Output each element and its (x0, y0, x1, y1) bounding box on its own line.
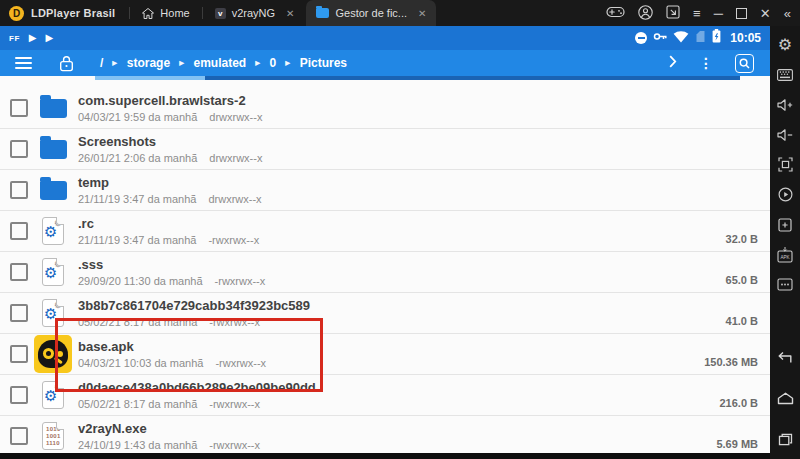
close-icon[interactable]: ✕ (760, 7, 771, 20)
emulator-toolbar: ⚙APK (770, 26, 800, 459)
apk-install-icon[interactable]: APK (777, 245, 793, 264)
breadcrumb-item[interactable]: emulated (193, 56, 246, 70)
file-meta: 05/02/21 8:17 da manhã-rwxrwx--x (78, 398, 316, 410)
file-row[interactable]: ⚙⚙ .rc 21/11/19 3:47 da manhã-rwxrwx--x … (0, 211, 770, 252)
no-sim-icon (695, 29, 706, 47)
window-titlebar: D LDPlayer Brasil Home v v2rayNG ✕ Gesto… (0, 0, 800, 26)
search-icon[interactable] (735, 54, 754, 73)
breadcrumb-item[interactable]: / (100, 56, 103, 70)
app-title: LDPlayer Brasil (31, 7, 115, 19)
home-icon (142, 8, 154, 19)
breadcrumb-separator-icon: ▶ (286, 59, 291, 66)
v2ray-icon: v (215, 8, 226, 19)
file-meta: 21/11/19 3:47 da manhã-rwxrwx--x (78, 234, 259, 246)
file-manager-appbar: /▶storage▶emulated▶0▶Pictures ⋮ (0, 50, 770, 76)
config-file-icon: ⚙⚙ (28, 381, 78, 409)
titlebar-controls: ≡ ─ ✕ « (606, 5, 800, 22)
file-row[interactable]: Screenshots 26/01/21 2:06 da manhãdrwxrw… (0, 129, 770, 170)
chevron-right-icon[interactable] (669, 54, 677, 72)
file-date: 04/03/21 9:59 da manhã (78, 111, 197, 123)
file-permissions: -rwxrwx--x (215, 357, 266, 369)
file-list: com.supercell.brawlstars-2 04/03/21 9:59… (0, 80, 770, 453)
file-info: base.apk 04/03/21 10:03 da manhã-rwxrwx-… (78, 339, 266, 369)
tab-label: Home (160, 7, 189, 19)
file-permissions: -rwxrwx--x (215, 275, 266, 287)
file-meta: 04/03/21 9:59 da manhãdrwxrwx--x (78, 111, 262, 123)
account-icon[interactable] (638, 5, 653, 22)
file-permissions: -rwxrwx--x (209, 316, 260, 328)
minimize-icon[interactable]: ─ (714, 7, 723, 20)
file-name: base.apk (78, 339, 266, 354)
file-row[interactable]: base.apk 04/03/21 10:03 da manhã-rwxrwx-… (0, 334, 770, 375)
file-row[interactable]: com.supercell.brawlstars-2 04/03/21 9:59… (0, 88, 770, 129)
file-size: 150.36 MB (704, 356, 758, 368)
tab-close-icon[interactable]: ✕ (286, 8, 294, 19)
row-checkbox[interactable] (10, 181, 28, 199)
fullscreen-icon[interactable] (778, 155, 793, 174)
keyboard-icon[interactable] (777, 65, 793, 84)
file-info: d0daece438a0bd66b289e2be09be90dd 05/02/2… (78, 380, 316, 410)
status-icons: 10:05 (635, 29, 761, 47)
row-checkbox[interactable] (10, 345, 28, 363)
file-row[interactable]: temp 21/11/19 3:47 da manhãdrwxrwx--x (0, 170, 770, 211)
recent-apps-icon[interactable] (778, 430, 793, 449)
tab-home[interactable]: Home (130, 0, 201, 26)
folder-icon (28, 181, 78, 200)
file-info: .rc 21/11/19 3:47 da manhã-rwxrwx--x (78, 216, 259, 246)
folder-icon (28, 99, 78, 118)
file-info: com.supercell.brawlstars-2 04/03/21 9:59… (78, 93, 262, 123)
file-row[interactable]: ⚙⚙ 3b8b7c861704e729cabb34f3923bc589 05/0… (0, 293, 770, 334)
do-not-disturb-icon (635, 32, 647, 44)
file-row[interactable]: 101010011110 v2rayN.exe 24/10/19 1:43 da… (0, 416, 770, 457)
ff-notification-icon: FF (9, 34, 20, 43)
row-checkbox[interactable] (10, 304, 28, 322)
file-name: com.supercell.brawlstars-2 (78, 93, 262, 108)
row-checkbox[interactable] (10, 263, 28, 281)
file-date: 04/03/21 10:03 da manhã (78, 357, 203, 369)
file-meta: 24/10/19 1:43 da manhã-rwxrwx--x (78, 439, 260, 451)
lock-icon[interactable] (59, 55, 74, 72)
breadcrumb-separator-icon: ▶ (113, 59, 118, 66)
config-file-icon: ⚙⚙ (28, 258, 78, 286)
breadcrumb-item[interactable]: Pictures (300, 56, 347, 70)
file-row[interactable]: ⚙⚙ d0daece438a0bd66b289e2be09be90dd 05/0… (0, 375, 770, 416)
file-name: 3b8b7c861704e729cabb34f3923bc589 (78, 298, 310, 313)
breadcrumb-separator-icon: ▶ (255, 59, 260, 66)
add-window-icon[interactable] (778, 215, 792, 234)
breadcrumb-item[interactable]: 0 (270, 56, 277, 70)
gamepad-icon[interactable] (606, 6, 625, 20)
folder-icon (28, 140, 78, 159)
file-name: .rc (78, 216, 259, 231)
reboot-icon[interactable] (778, 185, 793, 204)
breadcrumb-item[interactable]: storage (127, 56, 170, 70)
tab-label: v2rayNG (232, 7, 275, 19)
row-checkbox[interactable] (10, 386, 28, 404)
volume-up-icon[interactable] (777, 95, 793, 114)
row-checkbox[interactable] (10, 222, 28, 240)
breadcrumb: /▶storage▶emulated▶0▶Pictures (100, 56, 347, 70)
home-nav-icon[interactable] (777, 389, 794, 408)
file-name: Screenshots (78, 134, 262, 149)
maximize-icon[interactable] (736, 8, 747, 19)
menu-icon[interactable]: ≡ (693, 7, 701, 20)
back-icon[interactable] (777, 348, 793, 367)
settings-gear-icon[interactable]: ⚙ (778, 35, 792, 54)
screenshot-icon[interactable] (666, 5, 680, 21)
file-row[interactable]: ⚙⚙ .sss 29/09/20 11:30 da manhã-rwxrwx--… (0, 252, 770, 293)
file-meta: 04/03/21 10:03 da manhã-rwxrwx--x (78, 357, 266, 369)
file-permissions: drwxrwx--x (209, 111, 262, 123)
row-checkbox[interactable] (10, 99, 28, 117)
tab-file-manager[interactable]: Gestor de fic... ✕ (306, 0, 436, 26)
volume-down-icon[interactable] (777, 125, 793, 144)
more-options-icon[interactable] (777, 275, 793, 294)
row-checkbox[interactable] (10, 140, 28, 158)
ldplayer-window: D LDPlayer Brasil Home v v2rayNG ✕ Gesto… (0, 0, 800, 459)
tab-close-icon[interactable]: ✕ (418, 8, 426, 19)
wifi-icon (673, 29, 689, 47)
tab-v2rayng[interactable]: v v2rayNG ✕ (203, 0, 307, 26)
file-permissions: drwxrwx--x (209, 152, 262, 164)
collapse-icon[interactable]: « (784, 7, 791, 20)
kebab-menu-icon[interactable]: ⋮ (699, 56, 713, 70)
row-checkbox[interactable] (10, 427, 28, 445)
hamburger-menu-icon[interactable] (15, 57, 32, 69)
